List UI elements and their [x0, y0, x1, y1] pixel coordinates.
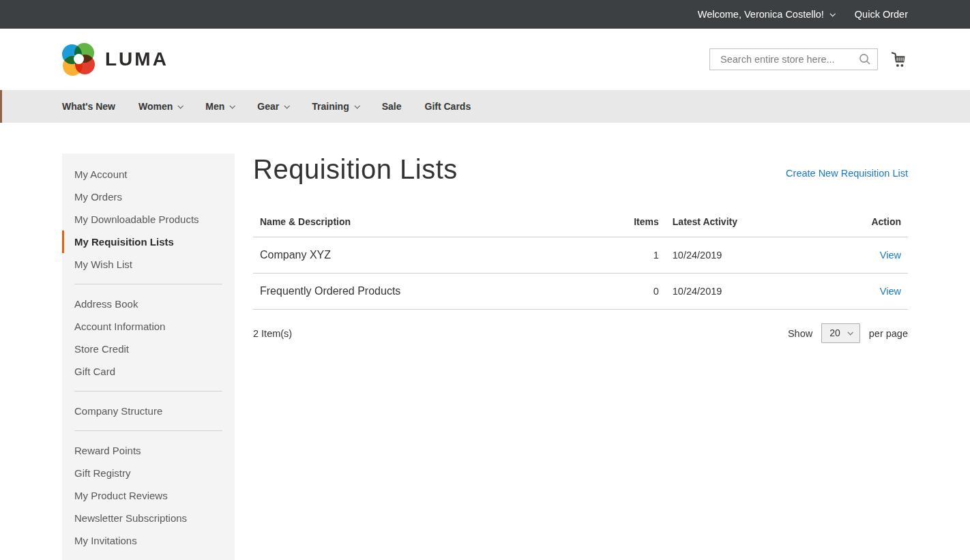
table-toolbar: 2 Item(s) Show 20 per page — [253, 323, 908, 343]
column-header-name-description: Name & Description — [253, 209, 626, 237]
sidebar-item-address-book[interactable]: Address Book — [62, 293, 235, 315]
search-input[interactable] — [709, 48, 878, 70]
sidebar-item-my-orders[interactable]: My Orders — [62, 186, 235, 208]
sidebar-item-my-account[interactable]: My Account — [62, 163, 235, 186]
requisition-list-items-count: 1 — [626, 237, 666, 274]
nav-item-sale[interactable]: Sale — [382, 101, 402, 112]
logo-text: LUMA — [105, 48, 168, 70]
chevron-down-icon — [230, 103, 235, 108]
view-link[interactable]: View — [880, 286, 901, 297]
sidebar-divider — [74, 391, 222, 392]
sidebar-item-gift-registry[interactable]: Gift Registry — [62, 462, 235, 484]
sidebar-item-store-credit[interactable]: Store Credit — [62, 338, 235, 360]
requisition-lists-table: Name & Description Items Latest Activity… — [253, 209, 908, 310]
create-new-requisition-list-link[interactable]: Create New Requisition List — [786, 168, 908, 179]
sidebar-item-my-requisition-lists[interactable]: My Requisition Lists — [62, 231, 235, 253]
chevron-down-icon — [284, 103, 290, 108]
sidebar-item-gift-card[interactable]: Gift Card — [62, 360, 235, 383]
requisition-list-latest-activity: 10/24/2019 — [666, 237, 806, 274]
customer-welcome-dropdown[interactable]: Welcome, Veronica Costello! — [698, 9, 834, 20]
sidebar-item-newsletter-subscriptions[interactable]: Newsletter Subscriptions — [62, 507, 235, 529]
chevron-down-icon — [354, 103, 359, 108]
chevron-down-icon — [178, 103, 183, 108]
quick-order-link[interactable]: Quick Order — [855, 9, 908, 20]
sidebar-item-my-invitations[interactable]: My Invitations — [62, 529, 235, 552]
chevron-down-icon — [847, 329, 853, 335]
sidebar-item-company-structure[interactable]: Company Structure — [62, 400, 235, 422]
nav-item-training[interactable]: Training — [312, 101, 358, 112]
nav-left-accent — [0, 90, 2, 123]
chevron-down-icon — [829, 11, 835, 16]
welcome-text: Welcome, Veronica Costello! — [698, 9, 824, 20]
table-row: Frequently Ordered Products 0 10/24/2019… — [253, 274, 908, 310]
top-panel: Welcome, Veronica Costello! Quick Order — [0, 0, 970, 29]
sidebar-item-my-wish-list[interactable]: My Wish List — [62, 253, 235, 276]
column-header-latest-activity: Latest Activity — [666, 209, 806, 237]
main-content: Requisition Lists Create New Requisition… — [253, 153, 908, 343]
account-sidebar: My Account My Orders My Downloadable Pro… — [62, 153, 235, 560]
sidebar-divider — [74, 430, 222, 431]
sidebar-item-my-downloadable-products[interactable]: My Downloadable Products — [62, 208, 235, 231]
sidebar-item-my-product-reviews[interactable]: My Product Reviews — [62, 484, 235, 507]
requisition-list-latest-activity: 10/24/2019 — [666, 274, 806, 310]
requisition-list-items-count: 0 — [626, 274, 666, 310]
table-row: Company XYZ 1 10/24/2019 View — [253, 237, 908, 274]
per-page-select[interactable]: 20 — [821, 323, 860, 343]
sidebar-divider — [74, 284, 222, 284]
sidebar-item-reward-points[interactable]: Reward Points — [62, 439, 235, 462]
column-header-action: Action — [806, 209, 908, 237]
nav-item-men[interactable]: Men — [205, 101, 234, 112]
table-header-row: Name & Description Items Latest Activity… — [253, 209, 908, 237]
show-label: Show — [788, 328, 812, 339]
nav-item-gift-cards[interactable]: Gift Cards — [425, 101, 471, 112]
main-navigation: What's New Women Men Gear Training Sale … — [0, 90, 970, 123]
view-link[interactable]: View — [880, 250, 901, 261]
per-page-label: per page — [869, 328, 908, 339]
luma-logo[interactable]: LUMA — [62, 43, 168, 76]
nav-item-gear[interactable]: Gear — [257, 101, 289, 112]
nav-item-women[interactable]: Women — [138, 101, 182, 112]
search-box — [709, 48, 878, 70]
per-page-value: 20 — [829, 327, 840, 338]
header: LUMA — [0, 29, 970, 90]
nav-item-whats-new[interactable]: What's New — [62, 101, 115, 112]
page-title: Requisition Lists — [253, 153, 458, 185]
requisition-list-name: Company XYZ — [253, 237, 626, 274]
column-header-items: Items — [626, 209, 666, 237]
search-icon[interactable] — [858, 53, 872, 66]
requisition-list-name: Frequently Ordered Products — [253, 274, 626, 310]
cart-icon[interactable] — [890, 50, 908, 69]
luma-logo-icon — [62, 43, 95, 76]
items-count: 2 Item(s) — [253, 328, 292, 339]
sidebar-item-account-information[interactable]: Account Information — [62, 315, 235, 338]
